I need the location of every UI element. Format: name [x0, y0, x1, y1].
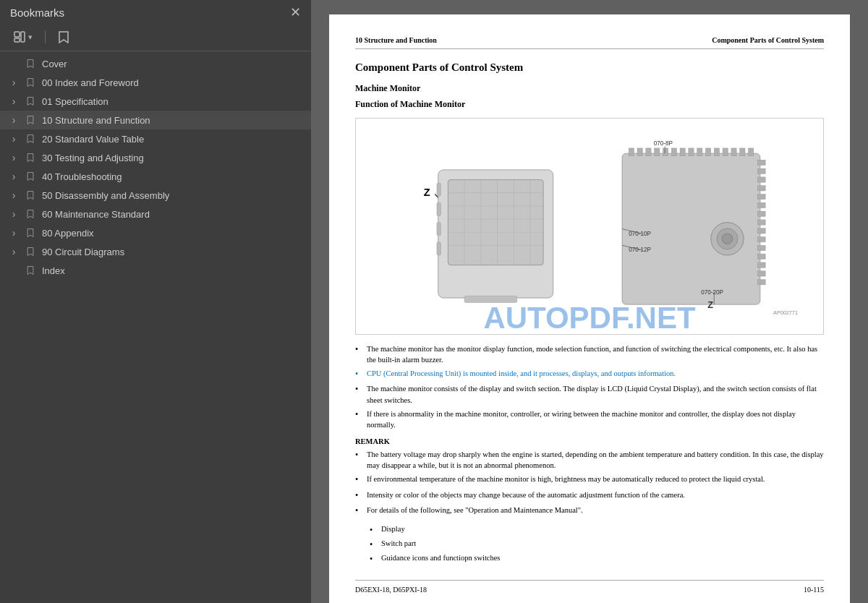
- svg-rect-33: [715, 148, 720, 156]
- svg-rect-31: [697, 148, 702, 156]
- expand-icon: ›: [9, 171, 19, 181]
- page-header-right: Component Parts of Control System: [712, 35, 824, 46]
- svg-rect-34: [723, 148, 728, 156]
- sidebar-item-01[interactable]: ›01 Specification: [0, 92, 311, 111]
- main-content[interactable]: AUTOPDF.NET 10 Structure and Function Co…: [311, 0, 868, 603]
- expand-icon: ›: [9, 134, 19, 144]
- sidebar-item-label: Index: [42, 265, 302, 276]
- svg-text:070-8P: 070-8P: [654, 141, 673, 147]
- expand-all-button[interactable]: ▾: [9, 27, 36, 46]
- bookmark-icon: [25, 227, 36, 239]
- svg-rect-2: [21, 32, 25, 42]
- sidebar-item-label: 10 Structure and Function: [42, 115, 302, 126]
- svg-rect-23: [629, 148, 634, 156]
- svg-rect-6: [448, 180, 544, 265]
- sidebar-item-label: 50 Disassembly and Assembly: [42, 190, 302, 201]
- svg-rect-36: [740, 148, 745, 156]
- bullet-item: The machine monitor has the monitor disp…: [355, 343, 824, 365]
- close-button[interactable]: ✕: [290, 6, 301, 19]
- remark-bullet-item: If environmental temperature of the mach…: [355, 474, 824, 486]
- expand-icon: ›: [9, 209, 19, 219]
- svg-rect-1: [14, 38, 20, 42]
- svg-rect-42: [758, 194, 766, 200]
- bookmark-icon: [25, 58, 36, 69]
- diagram-box: Z: [355, 118, 824, 335]
- svg-point-55: [722, 234, 733, 244]
- bullet-list: The machine monitor has the monitor disp…: [355, 343, 824, 431]
- svg-rect-49: [758, 255, 766, 260]
- expand-icon: ›: [9, 247, 19, 257]
- remark-bullet-item: For details of the following, see "Opera…: [355, 505, 824, 517]
- page-header-left: 10 Structure and Function: [355, 35, 437, 46]
- svg-rect-52: [758, 280, 766, 285]
- sidebar-item-60[interactable]: ›60 Maintenance Standard: [0, 205, 311, 223]
- sidebar-item-label: 30 Testing and Adjusting: [42, 153, 302, 163]
- sidebar-item-80[interactable]: ›80 Appendix: [0, 223, 311, 242]
- page-header: 10 Structure and Function Component Part…: [355, 35, 824, 49]
- bullet-item: If there is abnormality in the machine m…: [355, 409, 824, 430]
- bookmark-icon: [25, 114, 36, 126]
- svg-rect-35: [731, 148, 736, 156]
- sidebar-item-50[interactable]: ›50 Disassembly and Assembly: [0, 186, 311, 205]
- sidebar-item-label: 60 Maintenance Standard: [42, 209, 302, 220]
- bookmark-icon: [25, 171, 36, 182]
- sidebar-item-00[interactable]: ›00 Index and Foreword: [0, 73, 311, 92]
- expand-icon: [9, 59, 19, 69]
- svg-rect-28: [672, 148, 677, 156]
- svg-rect-40: [758, 177, 766, 182]
- svg-text:070-20P: 070-20P: [701, 290, 723, 296]
- section-title: Component Parts of Control System: [355, 59, 824, 76]
- bookmark-icon: [25, 189, 36, 201]
- svg-rect-32: [706, 148, 711, 156]
- sidebar-title: Bookmarks: [10, 7, 64, 19]
- document-page: AUTOPDF.NET 10 Structure and Function Co…: [329, 14, 850, 603]
- svg-rect-43: [758, 203, 766, 208]
- svg-rect-47: [758, 237, 766, 242]
- sub-sub-title: Function of Machine Monitor: [355, 98, 824, 111]
- sub-title: Machine Monitor: [355, 82, 824, 95]
- sidebar-item-label: 90 Circuit Diagrams: [42, 247, 302, 257]
- sidebar-item-40[interactable]: ›40 Troubleshooting: [0, 167, 311, 186]
- sidebar-toolbar: ▾: [0, 25, 311, 51]
- svg-text:Z: Z: [708, 299, 714, 310]
- sidebar-item-label: 40 Troubleshooting: [42, 171, 302, 182]
- sidebar: Bookmarks ✕ ▾ Cover›00 Index and Forewor…: [0, 0, 311, 603]
- svg-rect-30: [689, 148, 694, 156]
- sidebar-item-20[interactable]: ›20 Standard Value Table: [0, 129, 311, 148]
- svg-rect-19: [437, 223, 441, 236]
- svg-rect-0: [14, 32, 20, 37]
- bookmark-button[interactable]: [54, 28, 73, 46]
- svg-rect-38: [758, 161, 766, 166]
- remark-label: REMARK: [355, 436, 824, 448]
- expand-icon: ›: [9, 228, 19, 238]
- expand-icon: [9, 265, 19, 275]
- svg-rect-46: [758, 228, 766, 234]
- bookmark-icon: [25, 246, 36, 257]
- svg-rect-44: [758, 212, 766, 217]
- sidebar-item-cover[interactable]: Cover: [0, 54, 311, 73]
- svg-rect-27: [663, 148, 668, 156]
- sidebar-item-label: Cover: [42, 59, 302, 69]
- bookmark-icon: [25, 77, 36, 88]
- sidebar-item-10[interactable]: ›10 Structure and Function: [0, 111, 311, 129]
- expand-icon: ›: [9, 115, 19, 125]
- sidebar-item-30[interactable]: ›30 Testing and Adjusting: [0, 148, 311, 167]
- svg-rect-41: [758, 186, 766, 191]
- bookmark-icon: [25, 95, 36, 107]
- bookmark-icon: [25, 133, 36, 145]
- svg-rect-29: [680, 148, 685, 156]
- sidebar-item-label: 00 Index and Foreword: [42, 77, 302, 88]
- sidebar-item-index[interactable]: Index: [0, 261, 311, 280]
- remark-bullet-item: Intensity or color of the objects may ch…: [355, 489, 824, 502]
- sub-bullet-item: Switch part: [370, 538, 824, 551]
- svg-rect-20: [437, 242, 441, 255]
- sidebar-item-label: 01 Specification: [42, 96, 302, 107]
- svg-rect-50: [758, 262, 766, 268]
- svg-text:AP002771: AP002771: [773, 309, 798, 316]
- bullet-item: CPU (Central Processing Unit) is mounted…: [355, 368, 824, 380]
- remark-bullet-list: The battery voltage may drop sharply whe…: [355, 449, 824, 518]
- sidebar-header: Bookmarks ✕: [0, 0, 311, 25]
- sidebar-item-90[interactable]: ›90 Circuit Diagrams: [0, 242, 311, 261]
- expand-icon: ›: [9, 190, 19, 200]
- sub-bullet-item: Guidance icons and functiopn switches: [370, 552, 824, 565]
